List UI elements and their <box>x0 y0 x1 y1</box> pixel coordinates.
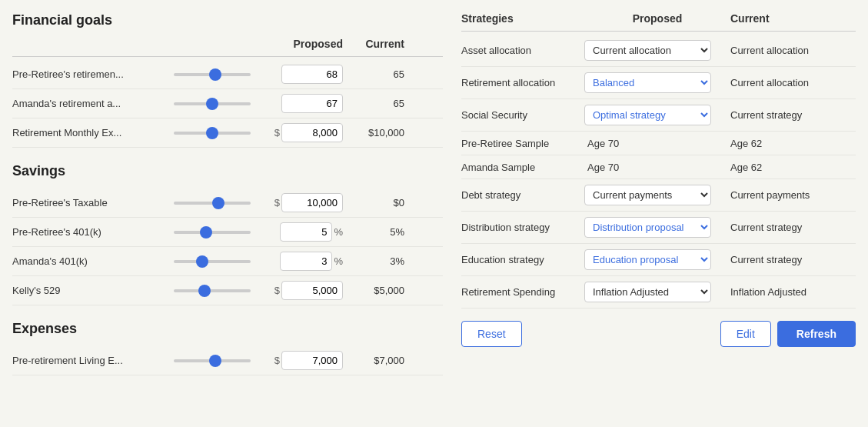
slider-container <box>174 289 258 292</box>
currency-prefix: $ <box>274 355 280 366</box>
slider-container <box>174 102 258 105</box>
row-label: Pre-Retiree's retiremen... <box>12 68 174 80</box>
refresh-button[interactable]: Refresh <box>777 321 856 347</box>
slider-container <box>174 231 258 234</box>
current-value: 65 <box>343 68 404 80</box>
strategies-current-header: Current <box>730 12 856 25</box>
table-row: Debt strategy Current payments Accelerat… <box>461 179 856 212</box>
row-label: Social Security <box>461 109 584 121</box>
proposed-input[interactable] <box>280 222 332 242</box>
table-row: Amanda's retirement a... 65 <box>12 89 443 118</box>
table-row: Amanda's 401(k) % 3% <box>12 247 443 276</box>
row-label: Retirement Spending <box>461 286 584 298</box>
slider-input[interactable] <box>174 132 251 135</box>
financial-goals-title: Financial goals <box>12 12 443 28</box>
slider-container <box>174 260 258 263</box>
proposed-cell: Age 70 <box>584 137 730 149</box>
current-value: Current strategy <box>730 222 856 233</box>
slider-container <box>174 202 258 205</box>
savings-title: Savings <box>12 163 443 179</box>
current-value: Age 62 <box>730 162 856 173</box>
row-label: Kelly's 529 <box>12 285 174 296</box>
table-row: Retirement Spending Inflation Adjusted F… <box>461 276 856 309</box>
row-label: Pre-Retiree's 401(k) <box>12 226 174 238</box>
table-row: Social Security Optimal strategy Current… <box>461 99 856 132</box>
current-value: $5,000 <box>343 285 404 296</box>
table-row: Kelly's 529 $ $5,000 <box>12 276 443 305</box>
current-value: Current strategy <box>730 109 856 121</box>
slider-container <box>174 73 258 76</box>
current-value: Current allocation <box>730 45 856 56</box>
distribution-strategy-select[interactable]: Distribution proposal Current strategy <box>584 217 711 238</box>
slider-input[interactable] <box>174 102 251 105</box>
row-label: Amanda's 401(k) <box>12 255 174 267</box>
table-row: Distribution strategy Distribution propo… <box>461 212 856 244</box>
current-value: Inflation Adjusted <box>730 286 856 298</box>
current-value: Current allocation <box>730 77 856 88</box>
debt-strategy-select[interactable]: Current payments Accelerated Minimum <box>584 185 711 205</box>
proposed-input[interactable] <box>281 65 343 84</box>
row-label: Education strategy <box>461 254 584 265</box>
current-value: 65 <box>343 98 404 109</box>
row-label: Asset allocation <box>461 45 584 56</box>
row-label: Amanda Sample <box>461 162 584 173</box>
slider-container <box>174 132 258 135</box>
slider-input[interactable] <box>174 260 251 263</box>
current-value: Current strategy <box>730 254 856 265</box>
slider-input[interactable] <box>174 231 251 234</box>
row-label: Amanda's retirement a... <box>12 98 174 109</box>
percent-suffix: % <box>334 226 343 238</box>
proposed-cell: Current allocation Aggressive Moderate C… <box>584 40 730 61</box>
current-value: $0 <box>343 197 404 208</box>
proposed-input[interactable] <box>281 123 343 142</box>
row-label: Retirement allocation <box>461 77 584 88</box>
current-value: 5% <box>343 226 404 238</box>
edit-button[interactable]: Edit <box>720 321 771 347</box>
education-strategy-select[interactable]: Education proposal Current strategy <box>584 249 711 270</box>
table-row: Retirement allocation Balanced Aggressiv… <box>461 67 856 99</box>
proposed-cell: Optimal strategy Current strategy <box>584 105 730 125</box>
retirement-spending-select[interactable]: Inflation Adjusted Fixed <box>584 282 711 302</box>
proposed-input-wrap: % <box>258 222 343 242</box>
table-row: Pre-Retiree's retiremen... 65 <box>12 60 443 89</box>
proposed-input[interactable] <box>281 351 343 370</box>
slider-input[interactable] <box>174 289 251 292</box>
slider-input[interactable] <box>174 202 251 205</box>
expenses-title: Expenses <box>12 321 443 337</box>
current-value: Current payments <box>730 189 856 201</box>
proposed-header-1: Proposed <box>258 38 343 50</box>
proposed-cell: Education proposal Current strategy <box>584 249 730 270</box>
proposed-input-wrap: $ <box>258 123 343 142</box>
table-row: Asset allocation Current allocation Aggr… <box>461 35 856 67</box>
asset-allocation-select[interactable]: Current allocation Aggressive Moderate C… <box>584 40 711 61</box>
action-buttons: Edit Refresh <box>720 321 856 347</box>
strategies-proposed-header: Proposed <box>584 12 730 25</box>
proposed-input[interactable] <box>280 252 332 271</box>
currency-prefix: $ <box>274 285 280 296</box>
social-security-select[interactable]: Optimal strategy Current strategy <box>584 105 711 125</box>
proposed-cell: Inflation Adjusted Fixed <box>584 282 730 302</box>
row-label: Pre-Retiree Sample <box>461 138 584 149</box>
proposed-input[interactable] <box>281 193 343 212</box>
strategies-title: Strategies <box>461 12 584 25</box>
proposed-input-wrap <box>258 94 343 113</box>
table-row: Pre-retirement Living E... $ $7,000 <box>12 346 443 375</box>
proposed-input-wrap: $ <box>258 281 343 300</box>
proposed-input[interactable] <box>281 281 343 300</box>
slider-input[interactable] <box>174 359 251 362</box>
row-label: Pre-Retiree's Taxable <box>12 197 174 208</box>
proposed-cell: Balanced Aggressive Moderate Conservativ… <box>584 72 730 93</box>
currency-prefix: $ <box>274 197 280 208</box>
table-row: Amanda Sample Age 70 Age 62 <box>461 155 856 179</box>
proposed-cell: Current payments Accelerated Minimum <box>584 185 730 205</box>
retirement-allocation-select[interactable]: Balanced Aggressive Moderate Conservativ… <box>584 72 711 93</box>
proposed-input[interactable] <box>281 94 343 113</box>
left-panel: Financial goals Proposed Current Pre-Ret… <box>12 12 443 375</box>
table-row: Pre-Retiree's 401(k) % 5% <box>12 218 443 247</box>
slider-input[interactable] <box>174 73 251 76</box>
proposed-input-wrap: $ <box>258 351 343 370</box>
proposed-text: Age 70 <box>584 162 619 173</box>
row-label: Debt strategy <box>461 189 584 201</box>
bottom-buttons: Reset Edit Refresh <box>461 321 856 347</box>
reset-button[interactable]: Reset <box>461 321 522 347</box>
